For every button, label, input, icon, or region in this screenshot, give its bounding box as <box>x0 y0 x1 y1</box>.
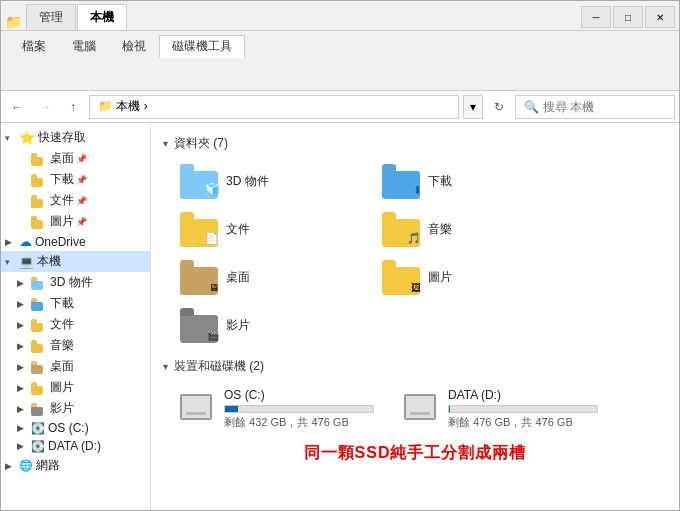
expand-d-drive-icon: ▶ <box>17 441 31 451</box>
tab-this-pc[interactable]: 本機 <box>77 4 127 30</box>
folder-desktop-icon <box>31 360 47 374</box>
folder-name-videos: 影片 <box>226 317 250 334</box>
sidebar-label-d-drive: DATA (D:) <box>48 439 101 453</box>
folder-item-videos[interactable]: 🎬 影片 <box>171 302 371 348</box>
quick-access-icon: ⭐ <box>19 130 35 145</box>
folder-vid-big-icon: 🎬 <box>180 307 220 343</box>
expand-desktop-icon: ▶ <box>17 362 31 372</box>
folder-music-icon <box>31 339 47 353</box>
this-pc-icon: 💻 <box>19 255 34 269</box>
folders-section-title: 資料夾 (7) <box>174 135 228 152</box>
pin-desktop-qa-icon: 📌 <box>76 154 87 164</box>
folder-pics-icon <box>31 381 47 395</box>
expand-3d-icon: ▶ <box>17 278 31 288</box>
sidebar-item-onedrive[interactable]: ▶ ☁ OneDrive <box>1 232 150 251</box>
drive-c-space-text: 剩餘 432 GB，共 476 GB <box>224 415 382 430</box>
folder-music-big-icon: 🎵 <box>382 211 422 247</box>
drives-section-title: 裝置和磁碟機 (2) <box>174 358 264 375</box>
sidebar-item-network[interactable]: ▶ 🌐 網路 <box>1 455 150 476</box>
address-dropdown[interactable]: ▾ <box>463 95 483 119</box>
sidebar-label-this-pc: 本機 <box>37 253 61 270</box>
ribbon-tab-view[interactable]: 檢視 <box>109 35 159 58</box>
sidebar-item-3d[interactable]: ▶ 3D 物件 <box>1 272 150 293</box>
folder-item-desktop[interactable]: 🖥 桌面 <box>171 254 371 300</box>
pin-docs-qa-icon: 📌 <box>76 196 87 206</box>
expand-network-icon: ▶ <box>5 461 19 471</box>
folder-item-music[interactable]: 🎵 音樂 <box>373 206 573 252</box>
close-button[interactable]: ✕ <box>645 6 675 28</box>
folder-dl-qa-icon <box>31 173 47 187</box>
drive-d-disk-icon <box>404 394 436 420</box>
ribbon-tabs: 檔案 電腦 檢視 磁碟機工具 <box>9 35 671 58</box>
address-path: 📁 本機 › <box>98 98 148 115</box>
sidebar-item-desktop-qa[interactable]: 桌面 📌 <box>1 148 150 169</box>
back-button[interactable]: ← <box>5 95 29 119</box>
expand-dl-icon: ▶ <box>17 299 31 309</box>
expand-music-icon: ▶ <box>17 341 31 351</box>
sidebar-label-3d: 3D 物件 <box>50 274 93 291</box>
expand-quick-access-icon: ▾ <box>5 133 19 143</box>
window-icon: 📁 <box>5 14 22 30</box>
search-box: 🔍 <box>515 95 675 119</box>
drive-c-info: OS (C:) 剩餘 432 GB，共 476 GB <box>224 388 382 430</box>
content-area: ▾ 資料夾 (7) 🧊 3D 物件 ⬇ <box>151 123 679 510</box>
sidebar-item-quick-access[interactable]: ▾ ⭐ 快速存取 <box>1 127 150 148</box>
sidebar-item-c-drive[interactable]: ▶ 💽 OS (C:) <box>1 419 150 437</box>
folder-item-3d[interactable]: 🧊 3D 物件 <box>171 158 371 204</box>
folder-name-3d: 3D 物件 <box>226 173 269 190</box>
sidebar-item-music[interactable]: ▶ 音樂 <box>1 335 150 356</box>
refresh-button[interactable]: ↻ <box>487 95 511 119</box>
search-input[interactable] <box>543 100 666 114</box>
drives-chevron-icon[interactable]: ▾ <box>163 361 168 372</box>
address-input[interactable]: 📁 本機 › <box>89 95 459 119</box>
ribbon-tab-file[interactable]: 檔案 <box>9 35 59 58</box>
folder-item-docs[interactable]: 📄 文件 <box>171 206 371 252</box>
drive-d-progress-bg <box>448 405 598 413</box>
drive-item-d[interactable]: DATA (D:) 剩餘 476 GB，共 476 GB <box>395 381 615 437</box>
sidebar-item-this-pc[interactable]: ▾ 💻 本機 <box>1 251 150 272</box>
sidebar-label-desktop-qa: 桌面 <box>50 150 74 167</box>
sidebar-item-pics-qa[interactable]: 圖片 📌 <box>1 211 150 232</box>
ribbon-tab-computer[interactable]: 電腦 <box>59 35 109 58</box>
sidebar-item-d-drive[interactable]: ▶ 💽 DATA (D:) <box>1 437 150 455</box>
sidebar-label-network: 網路 <box>36 457 60 474</box>
folders-grid: 🧊 3D 物件 ⬇ 下載 📄 <box>171 158 667 348</box>
sidebar-item-videos[interactable]: ▶ 影片 <box>1 398 150 419</box>
sidebar-item-docs[interactable]: ▶ 文件 <box>1 314 150 335</box>
sidebar-label-videos: 影片 <box>50 400 74 417</box>
forward-button[interactable]: → <box>33 95 57 119</box>
ribbon-tab-disk-tools[interactable]: 磁碟機工具 <box>159 35 245 58</box>
maximize-button[interactable]: □ <box>613 6 643 28</box>
folder-name-desktop: 桌面 <box>226 269 250 286</box>
folder-item-download[interactable]: ⬇ 下載 <box>373 158 573 204</box>
tab-manage[interactable]: 管理 <box>26 4 76 30</box>
folder-videos-icon <box>31 402 47 416</box>
folder-docs-qa-icon <box>31 194 47 208</box>
up-button[interactable]: ↑ <box>61 95 85 119</box>
sidebar-item-pics[interactable]: ▶ 圖片 <box>1 377 150 398</box>
folder-dl-big-icon: ⬇ <box>382 163 422 199</box>
folder-item-pics[interactable]: 🖼 圖片 <box>373 254 573 300</box>
sidebar-label-c-drive: OS (C:) <box>48 421 89 435</box>
c-drive-icon: 💽 <box>31 422 45 435</box>
folder-pics-badge-icon: 🖼 <box>411 282 421 293</box>
folder-music-badge-icon: 🎵 <box>407 232 421 245</box>
sidebar-item-desktop[interactable]: ▶ 桌面 <box>1 356 150 377</box>
file-explorer-window: 📁 管理 本機 ─ □ ✕ 檔案 電腦 檢視 磁碟機工具 ← → ↑ 📁 本機 … <box>0 0 680 511</box>
sidebar-label-desktop: 桌面 <box>50 358 74 375</box>
folder-3d-badge-icon: 🧊 <box>204 182 220 197</box>
sidebar-label-docs: 文件 <box>50 316 74 333</box>
drive-c-icon <box>180 394 216 424</box>
sidebar-item-downloads-qa[interactable]: 下載 📌 <box>1 169 150 190</box>
folder-pics-big-icon: 🖼 <box>382 259 422 295</box>
minimize-button[interactable]: ─ <box>581 6 611 28</box>
drive-d-icon <box>404 394 440 424</box>
expand-onedrive-icon: ▶ <box>5 237 19 247</box>
annotation-text: 同一顆SSD純手工分割成兩槽 <box>163 437 667 468</box>
search-icon: 🔍 <box>524 100 539 114</box>
sidebar-item-downloads[interactable]: ▶ 下載 <box>1 293 150 314</box>
sidebar-item-docs-qa[interactable]: 文件 📌 <box>1 190 150 211</box>
folders-chevron-icon[interactable]: ▾ <box>163 138 168 149</box>
drive-item-c[interactable]: OS (C:) 剩餘 432 GB，共 476 GB <box>171 381 391 437</box>
folder-docs-badge-icon: 📄 <box>205 232 219 245</box>
